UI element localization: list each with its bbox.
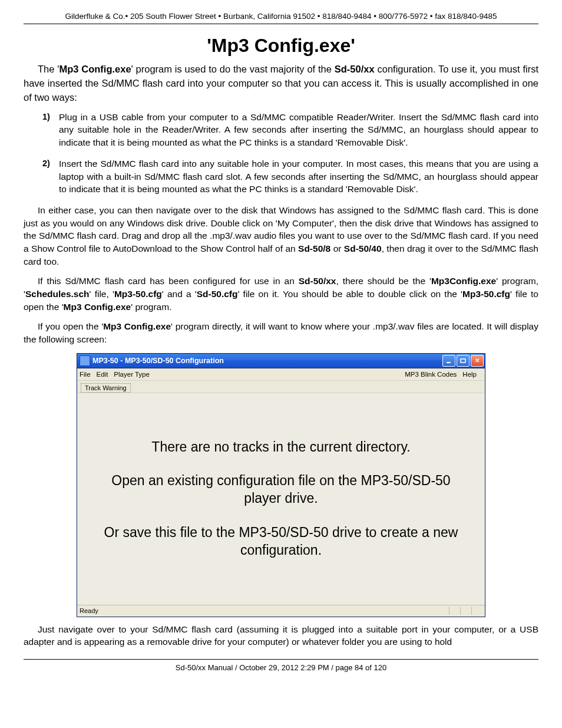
menu-file[interactable]: File	[80, 371, 91, 378]
steps-list: 1) Plug in a USB cable from your compute…	[24, 111, 538, 196]
step-text: Insert the Sd/MMC flash card into any su…	[59, 159, 538, 194]
text: or	[330, 243, 344, 253]
step-text: Plug in a USB cable from your computer t…	[59, 112, 538, 147]
status-slot	[460, 607, 471, 615]
text-bold: Sd-50/8	[298, 243, 330, 253]
text: If you open the '	[38, 321, 103, 331]
window-title: MP3-50 - MP3-50/SD-50 Configuration	[92, 357, 442, 365]
warning-message-3: Or save this file to the MP3-50/SD-50 dr…	[95, 524, 467, 559]
svg-rect-1	[461, 359, 465, 363]
page-header: Gilderfluke & Co.• 205 South Flower Stre…	[24, 12, 538, 24]
step-number: 1)	[42, 111, 50, 123]
statusbar: Ready	[77, 605, 485, 617]
svg-rect-0	[447, 362, 451, 363]
text-bold: Mp3 Config.exe	[59, 64, 131, 74]
menubar: File Edit Player Type MP3 Blink Codes He…	[77, 368, 485, 381]
text: ' file on it. You should be able to doub…	[237, 289, 462, 299]
warning-message-1: There are no tracks in the current direc…	[151, 439, 410, 456]
text-bold: Mp3-50.cfg	[114, 289, 162, 299]
window-buttons: ✕	[442, 355, 484, 367]
status-slot	[449, 607, 460, 615]
app-window: MP3-50 - MP3-50/SD-50 Configuration ✕ Fi…	[77, 353, 485, 617]
intro-paragraph: The 'Mp3 Config.exe' program is used to …	[24, 62, 538, 105]
close-button[interactable]: ✕	[471, 355, 484, 367]
minimize-button[interactable]	[442, 355, 455, 367]
text: , there should be the '	[336, 276, 431, 286]
text: The '	[38, 64, 59, 74]
text-bold: Mp3 Config.exe	[103, 321, 171, 331]
body-paragraph: If this Sd/MMC flash card has been confi…	[24, 275, 538, 313]
menu-player-type[interactable]: Player Type	[114, 371, 150, 378]
body-paragraph: Just navigate over to your Sd/MMC flash …	[24, 623, 538, 648]
tab-track-warning[interactable]: Track Warning	[81, 383, 131, 393]
text: ' program.	[131, 302, 171, 312]
client-area: There are no tracks in the current direc…	[77, 393, 485, 605]
text-bold: Mp3 Config.exe	[64, 302, 131, 312]
text-bold: Sd-50/xx	[335, 64, 375, 74]
maximize-button[interactable]	[457, 355, 470, 367]
text: If this Sd/MMC flash card has been confi…	[38, 276, 299, 286]
text-bold: Sd-50/xx	[299, 276, 336, 286]
list-item: 1) Plug in a USB cable from your compute…	[59, 111, 538, 149]
titlebar[interactable]: MP3-50 - MP3-50/SD-50 Configuration ✕	[77, 354, 485, 368]
text: ' file, '	[90, 289, 114, 299]
menu-edit[interactable]: Edit	[97, 371, 108, 378]
page-footer: Sd-50/xx Manual / October 29, 2012 2:29 …	[24, 659, 538, 672]
app-icon	[80, 355, 90, 366]
embedded-screenshot: MP3-50 - MP3-50/SD-50 Configuration ✕ Fi…	[24, 353, 538, 617]
page-title: 'Mp3 Config.exe'	[24, 35, 538, 57]
body-paragraph: If you open the 'Mp3 Config.exe' program…	[24, 320, 538, 345]
tabbar: Track Warning	[77, 381, 485, 393]
menu-help[interactable]: Help	[462, 371, 477, 378]
text: ' program is used to do the vast majorit…	[131, 64, 335, 74]
text: ' and a '	[162, 289, 197, 299]
text-bold: Mp3Config.exe	[431, 276, 496, 286]
text-bold: Schedules.sch	[25, 289, 90, 299]
text-bold: Sd-50/40	[344, 243, 382, 253]
body-paragraph: In either case, you can then navigate ov…	[24, 204, 538, 268]
status-slot	[471, 607, 482, 615]
list-item: 2) Insert the Sd/MMC flash card into any…	[59, 157, 538, 196]
text-bold: Mp3-50.cfg	[462, 289, 510, 299]
document-page: Gilderfluke & Co.• 205 South Flower Stre…	[0, 0, 562, 690]
step-number: 2)	[42, 157, 50, 169]
menu-blink-codes[interactable]: MP3 Blink Codes	[405, 371, 457, 378]
warning-message-2: Open an existing configuration file on t…	[95, 472, 467, 508]
status-text: Ready	[80, 607, 449, 614]
text-bold: Sd-50.cfg	[197, 289, 238, 299]
